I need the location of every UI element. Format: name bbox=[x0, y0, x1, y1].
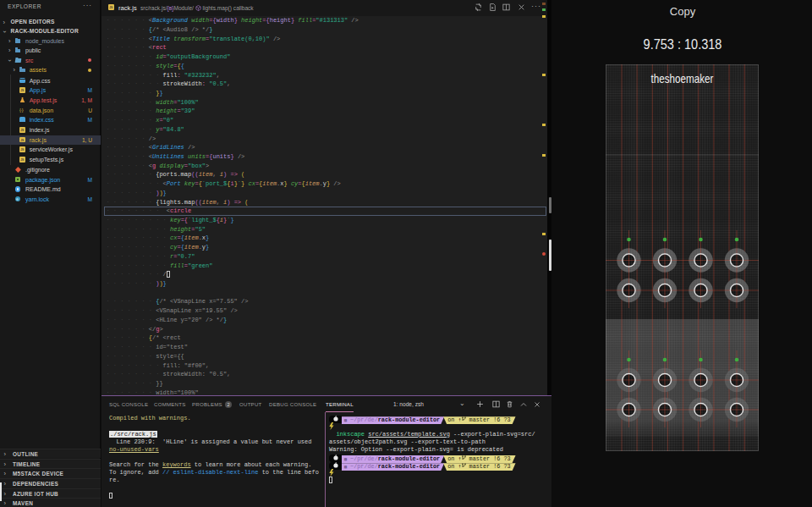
svg-text:theshoemaker: theshoemaker bbox=[651, 72, 714, 85]
